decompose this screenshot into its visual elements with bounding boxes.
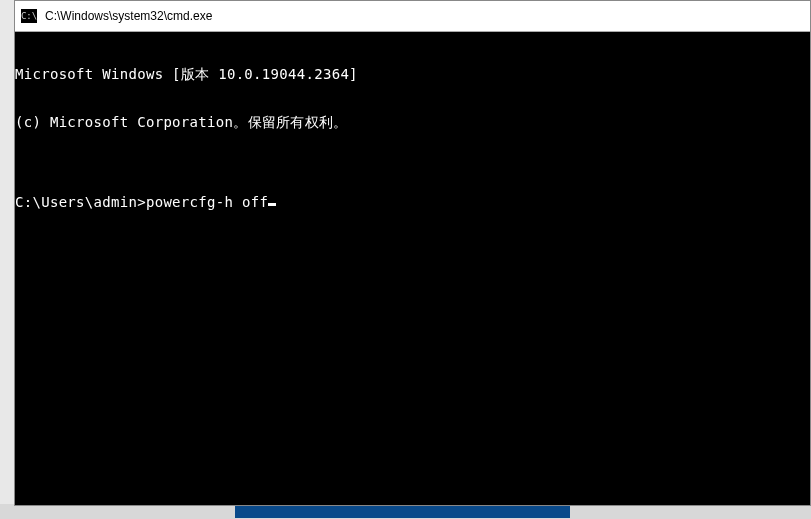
cmd-icon: C:\ [21, 9, 37, 23]
window-title: C:\Windows\system32\cmd.exe [45, 9, 212, 23]
cursor-icon [268, 203, 276, 206]
title-bar[interactable]: C:\ C:\Windows\system32\cmd.exe [15, 1, 810, 32]
prompt-line: C:\Users\admin>powercfg-h off [15, 194, 810, 210]
terminal-output[interactable]: Microsoft Windows [版本 10.0.19044.2364] (… [15, 32, 810, 505]
command-text[interactable]: powercfg-h off [146, 194, 268, 210]
prompt-path: C:\Users\admin> [15, 194, 146, 210]
terminal-header-line-2: (c) Microsoft Corporation。保留所有权利。 [15, 114, 810, 130]
background-left-strip [0, 0, 15, 519]
terminal-header-line-1: Microsoft Windows [版本 10.0.19044.2364] [15, 66, 810, 82]
cmd-window: C:\ C:\Windows\system32\cmd.exe Microsof… [14, 0, 811, 506]
